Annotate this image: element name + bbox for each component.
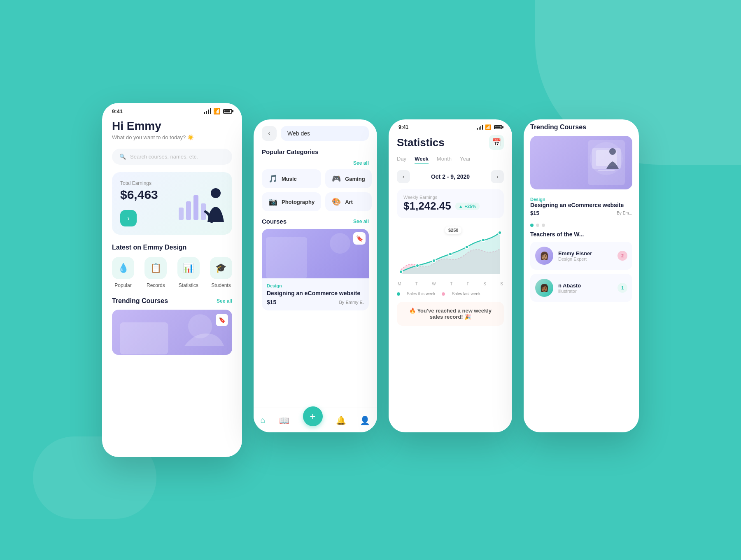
statistics-label: Statistics: [179, 282, 198, 288]
search-bar[interactable]: 🔍 Search courses, names, etc.: [112, 149, 232, 165]
svg-point-9: [399, 270, 403, 273]
teachers-section-title: Teachers of the W...: [530, 231, 632, 238]
bar3: [208, 110, 209, 114]
dot-2: [536, 224, 539, 227]
confetti-emoji: 🎉: [464, 314, 471, 320]
icon-students[interactable]: 🎓 Students: [210, 257, 232, 288]
home-nav-icon[interactable]: ⌂: [260, 415, 265, 425]
tab-week[interactable]: Week: [415, 156, 429, 164]
earnings-card: Total Earnings $6,463 ›: [112, 172, 232, 235]
day-W: W: [432, 282, 436, 286]
teacher-name-1: Emmy Elsner: [558, 250, 592, 257]
course-body: Design Designing an eCommerce website $1…: [262, 278, 369, 310]
day-M: M: [398, 282, 401, 286]
phone-1: 9:41 📶 Hi Emmy What do you want to do to…: [102, 103, 242, 457]
course-card-main[interactable]: 🔖 Design Designing an eCommerce website …: [262, 229, 369, 310]
earnings-badge: ▲ +25%: [455, 203, 480, 210]
icon-statistics[interactable]: 📊 Statistics: [177, 257, 200, 288]
teacher-role-2: illustrator: [558, 289, 581, 294]
icon-records[interactable]: 📋 Records: [144, 257, 167, 288]
s1: [477, 128, 478, 130]
teacher-info-1: Emmy Elsner Design Expert: [558, 250, 592, 261]
svg-rect-1: [186, 201, 191, 220]
music-icon: 🎵: [268, 174, 277, 183]
screens-container: 9:41 📶 Hi Emmy What do you want to do to…: [102, 78, 639, 482]
earnings-info: Total Earnings $6,463 ›: [120, 180, 158, 226]
greeting-title: Hi Emmy: [112, 119, 232, 133]
tc-category: Design: [530, 197, 632, 202]
chart-value-label: $250: [445, 226, 461, 234]
category-photography[interactable]: 📷 Photography: [262, 192, 321, 211]
trending-course-card[interactable]: [530, 136, 632, 189]
svg-rect-7: [266, 237, 307, 278]
battery-fill-1: [224, 110, 230, 112]
teacher-card-1[interactable]: 👩🏽 Emmy Elsner Design Expert 2: [530, 242, 632, 270]
profile-nav-icon[interactable]: 👤: [360, 415, 370, 425]
categories-header: See all: [254, 160, 377, 169]
gaming-label: Gaming: [345, 176, 365, 182]
date-navigation: ‹ Oct 2 - 9, 2020 ›: [389, 164, 512, 183]
back-button[interactable]: ‹: [262, 126, 277, 141]
category-gaming[interactable]: 🎮 Gaming: [325, 169, 371, 188]
trending-course-thumb: 🔖: [112, 310, 232, 355]
stats-header: Statistics 📅: [389, 132, 512, 150]
milestone-text: You've reached a new weekly sales record…: [417, 308, 492, 320]
tab-year[interactable]: Year: [460, 156, 471, 164]
weekly-earnings-amount: $1,242.45: [403, 200, 451, 212]
photography-icon: 📷: [268, 197, 277, 206]
bar1: [204, 112, 205, 114]
prev-date-btn[interactable]: ‹: [397, 170, 410, 183]
phone4-content: Trending Courses Design Designing an eCo…: [524, 119, 639, 418]
svg-point-11: [432, 259, 436, 262]
tc-author: By Em...: [617, 211, 632, 215]
day-S2: S: [500, 282, 503, 286]
calendar-icon[interactable]: 📅: [489, 135, 504, 150]
earnings-arrow-btn[interactable]: ›: [120, 210, 137, 226]
chart-area: $250 M: [397, 222, 504, 288]
bar4: [210, 108, 211, 114]
chart-day-labels: M T W T F S S: [397, 282, 504, 286]
stats-title: Statistics: [397, 136, 445, 149]
music-label: Music: [282, 176, 297, 182]
book-nav-icon[interactable]: 📖: [279, 415, 289, 425]
day-F: F: [467, 282, 469, 286]
course-category: Design: [267, 283, 364, 288]
phone1-content: Hi Emmy What do you want to do today? ☀️…: [102, 116, 242, 454]
s2: [479, 127, 480, 130]
add-nav-button[interactable]: +: [303, 406, 323, 426]
rank-badge-1: 2: [618, 251, 627, 261]
trending-header: Trending Courses See all: [112, 297, 232, 305]
tab-day[interactable]: Day: [397, 156, 406, 164]
dot-3: [542, 224, 545, 227]
svg-point-12: [449, 252, 452, 256]
tab-month[interactable]: Month: [437, 156, 452, 164]
svg-point-8: [330, 233, 350, 254]
tc-meta: $15 By Em...: [530, 210, 632, 216]
svg-point-21: [609, 148, 616, 155]
date-range-label: Oct 2 - 9, 2020: [431, 173, 470, 180]
svg-rect-2: [193, 195, 198, 220]
category-art[interactable]: 🎨 Art: [325, 192, 371, 211]
icon-popular[interactable]: 💧 Popular: [112, 257, 134, 288]
students-label: Students: [211, 282, 231, 288]
badge-arrow: ▲: [459, 204, 463, 209]
trending-courses-title: Trending Courses: [530, 119, 632, 136]
trending-see-all[interactable]: See all: [217, 298, 232, 304]
categories-see-all[interactable]: See all: [353, 160, 369, 166]
category-music[interactable]: 🎵 Music: [262, 169, 321, 188]
next-date-btn[interactable]: ›: [491, 170, 504, 183]
search-row: ‹: [254, 119, 377, 141]
s3: [480, 126, 481, 130]
status-bar-1: 9:41 📶: [102, 103, 242, 116]
phone-4: Trending Courses Design Designing an eCo…: [524, 119, 639, 432]
courses-see-all[interactable]: See all: [353, 219, 369, 224]
greeting-subtitle: What do you want to do today? ☀️: [112, 134, 232, 140]
trending-label: Trending Courses: [112, 297, 168, 305]
badge-value: +25%: [465, 204, 476, 209]
students-icon: 🎓: [210, 257, 232, 279]
teacher-avatar-2: 👩🏾: [535, 279, 553, 297]
search-input[interactable]: [281, 126, 369, 141]
bell-nav-icon[interactable]: 🔔: [336, 415, 346, 425]
teacher-card-2[interactable]: 👩🏾 n Abasto illustrator 1: [530, 274, 632, 302]
statistics-icon: 📊: [177, 257, 200, 279]
